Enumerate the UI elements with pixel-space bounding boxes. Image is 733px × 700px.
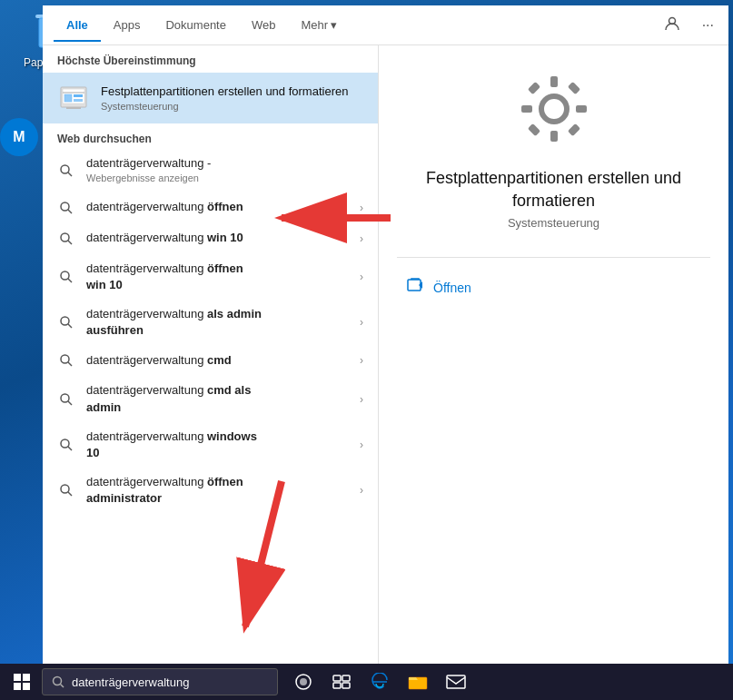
- tab-dokumente[interactable]: Dokumente: [153, 9, 238, 41]
- svg-rect-10: [64, 94, 72, 102]
- edge-browser-icon[interactable]: [363, 665, 396, 698]
- right-panel-subtitle: Systemsteuerung: [508, 216, 599, 230]
- result-text: datenträgerverwaltung als adminausführen: [86, 306, 349, 339]
- svg-point-16: [61, 202, 69, 211]
- search-icon: [57, 199, 75, 217]
- svg-rect-52: [333, 683, 341, 688]
- svg-line-21: [68, 279, 72, 282]
- open-action[interactable]: Öffnen: [397, 276, 471, 299]
- svg-point-46: [54, 677, 62, 685]
- svg-rect-34: [550, 131, 558, 142]
- svg-rect-12: [74, 99, 83, 102]
- right-panel-title: Festplattenpartitionen erstellen und for…: [397, 167, 710, 212]
- open-icon: [406, 276, 424, 299]
- search-icon: [57, 390, 75, 409]
- chevron-right-icon: ›: [360, 271, 363, 283]
- taskbar-search-icon: [52, 675, 64, 688]
- svg-point-26: [61, 394, 69, 402]
- best-match-item[interactable]: Festplattenpartitionen erstellen und for…: [43, 73, 378, 123]
- search-result-item[interactable]: datenträgerverwaltung win 10 ›: [43, 223, 378, 254]
- search-icon: [57, 162, 75, 180]
- svg-line-15: [68, 173, 72, 176]
- svg-point-22: [61, 317, 69, 325]
- gear-icon: [518, 73, 590, 149]
- svg-line-27: [68, 401, 72, 405]
- search-icon: [57, 481, 75, 499]
- best-match-subtitle: Systemsteuerung: [101, 101, 363, 112]
- best-match-header: Höchste Übereinstimmung: [43, 45, 378, 73]
- svg-line-23: [68, 324, 72, 328]
- result-text: datenträgerverwaltung win 10: [86, 230, 349, 246]
- main-content: Höchste Übereinstimmung: [43, 45, 728, 664]
- svg-point-18: [61, 233, 69, 242]
- search-result-item[interactable]: datenträgerverwaltung cmd alsadmin ›: [43, 376, 378, 421]
- taskbar: [0, 664, 733, 700]
- search-popup: Alle Apps Dokumente Web Mehr ▾ ···: [43, 5, 728, 664]
- more-options-icon[interactable]: ···: [698, 14, 718, 37]
- tabs-right-icons: ···: [660, 12, 718, 39]
- svg-rect-33: [550, 76, 558, 87]
- svg-line-29: [68, 447, 72, 450]
- best-match-text: Festplattenpartitionen erstellen und for…: [101, 84, 363, 113]
- cortana-icon[interactable]: [287, 665, 320, 698]
- svg-line-31: [68, 492, 72, 496]
- web-section-header: Web durchsuchen: [43, 123, 378, 149]
- tabs-bar: Alle Apps Dokumente Web Mehr ▾ ···: [43, 5, 728, 45]
- start-button[interactable]: [4, 664, 40, 700]
- best-match-app-icon: [57, 82, 90, 114]
- svg-rect-39: [527, 123, 540, 136]
- search-icon: [57, 313, 75, 331]
- svg-rect-13: [66, 107, 81, 109]
- chevron-right-icon: ›: [360, 393, 363, 406]
- svg-point-20: [61, 271, 69, 280]
- svg-line-47: [61, 685, 64, 688]
- user-icon[interactable]: [660, 12, 684, 39]
- chevron-right-icon: ›: [360, 439, 363, 451]
- tab-alle[interactable]: Alle: [54, 9, 101, 41]
- svg-rect-53: [342, 683, 350, 688]
- chevron-right-icon: ›: [360, 316, 363, 329]
- ms-avatar: M: [0, 118, 38, 156]
- chevron-down-icon: ▾: [331, 18, 337, 32]
- svg-rect-35: [521, 105, 532, 113]
- result-text: datenträgerverwaltung cmd alsadmin: [86, 382, 349, 415]
- chevron-right-icon: ›: [360, 354, 363, 367]
- search-icon: [57, 436, 75, 454]
- svg-line-25: [68, 362, 72, 366]
- svg-point-49: [300, 678, 307, 685]
- search-result-item[interactable]: datenträgerverwaltung öffnenwin 10 ›: [43, 254, 378, 300]
- result-text: datenträgerverwaltung cmd: [86, 352, 349, 369]
- best-match-title: Festplattenpartitionen erstellen und for…: [101, 84, 363, 100]
- svg-rect-40: [567, 123, 579, 136]
- search-result-item[interactable]: datenträgerverwaltung als adminausführen…: [43, 300, 378, 345]
- file-explorer-icon[interactable]: [401, 665, 434, 698]
- svg-rect-36: [576, 105, 587, 113]
- taskbar-search-input[interactable]: [72, 675, 253, 689]
- svg-point-24: [61, 355, 69, 363]
- search-icon: [57, 351, 75, 370]
- result-text: datenträgerverwaltung windows10: [86, 429, 349, 461]
- svg-point-14: [61, 165, 69, 173]
- result-text: datenträgerverwaltung öffnen: [86, 199, 349, 215]
- search-result-item[interactable]: datenträgerverwaltung cmd ›: [43, 345, 378, 376]
- tab-web[interactable]: Web: [239, 9, 289, 41]
- tab-mehr[interactable]: Mehr ▾: [288, 9, 350, 41]
- desktop: Papierkorb M Alle Apps Dokumente Web Meh…: [0, 0, 733, 700]
- svg-rect-11: [74, 94, 83, 97]
- svg-rect-37: [527, 82, 540, 94]
- search-result-item[interactable]: datenträgerverwaltung öffnenadministrato…: [43, 468, 378, 513]
- result-text: datenträgerverwaltung öffnenadministrato…: [86, 474, 349, 507]
- taskbar-app-icons: [287, 665, 472, 698]
- search-result-item[interactable]: datenträgerverwaltung windows10 ›: [43, 422, 378, 468]
- svg-point-30: [61, 485, 69, 493]
- svg-rect-51: [342, 675, 350, 681]
- svg-rect-55: [447, 675, 465, 688]
- svg-line-19: [68, 241, 72, 244]
- taskbar-search-box[interactable]: [42, 668, 278, 695]
- mail-icon[interactable]: [440, 665, 472, 698]
- search-result-item[interactable]: datenträgerverwaltung öffnen ›: [43, 192, 378, 223]
- search-result-item[interactable]: datenträgerverwaltung - Webergebnisse an…: [43, 149, 378, 192]
- tab-apps[interactable]: Apps: [101, 9, 154, 41]
- task-view-icon[interactable]: [325, 665, 358, 698]
- search-icon: [57, 230, 75, 248]
